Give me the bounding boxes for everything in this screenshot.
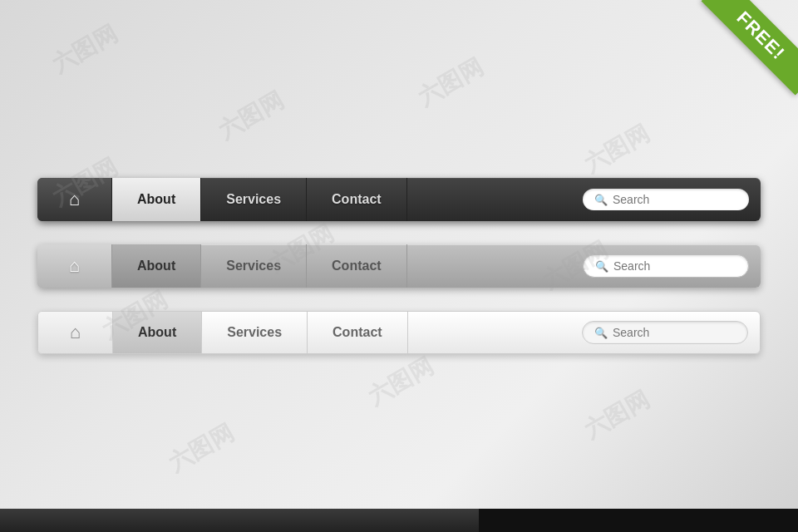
bottom-strip-left [0,509,479,532]
search-box-light[interactable]: 🔍 [582,321,748,344]
search-box-mid[interactable]: 🔍 [583,254,749,278]
search-icon-dark: 🔍 [594,194,608,206]
home-button-mid[interactable]: ⌂ [37,244,112,288]
nav-item-contact-light[interactable]: Contact [308,312,408,353]
search-icon-mid: 🔍 [595,260,608,273]
search-box-dark[interactable]: 🔍 [583,189,749,210]
home-icon-light: ⌂ [70,322,81,343]
home-icon-mid: ⌂ [69,255,80,277]
navbar-dark: ⌂ About Services Contact 🔍 [37,178,761,221]
nav-item-services-dark[interactable]: Services [201,178,307,221]
nav-item-about-mid[interactable]: About [112,244,201,288]
home-button-dark[interactable]: ⌂ [37,178,112,221]
navbar-mid: ⌂ About Services Contact 🔍 [37,244,761,288]
search-area-mid: 🔍 [571,244,761,288]
search-input-mid[interactable] [613,259,736,273]
nav-item-about-dark[interactable]: About [112,178,201,221]
nav-item-contact-mid[interactable]: Contact [307,244,407,288]
free-ribbon: FREE! [690,0,798,108]
nav-item-services-mid[interactable]: Services [201,244,307,288]
home-button-light[interactable]: ⌂ [38,312,113,353]
search-input-light[interactable] [613,326,736,339]
nav-item-services-light[interactable]: Services [202,312,308,353]
navbars-container: ⌂ About Services Contact 🔍 ⌂ About Servi… [37,178,761,354]
search-input-dark[interactable] [613,193,737,206]
nav-item-about-light[interactable]: About [113,312,202,353]
bottom-strip-right [479,509,798,532]
search-icon-light: 🔍 [594,327,608,339]
search-area-light: 🔍 [570,312,760,353]
search-area-dark: 🔍 [571,178,761,221]
nav-item-contact-dark[interactable]: Contact [307,178,407,221]
free-ribbon-label: FREE! [702,0,798,95]
navbar-mid-inner: ⌂ About Services Contact 🔍 [37,244,761,288]
navbar-light: ⌂ About Services Contact 🔍 [37,311,761,354]
home-icon-dark: ⌂ [69,189,80,210]
